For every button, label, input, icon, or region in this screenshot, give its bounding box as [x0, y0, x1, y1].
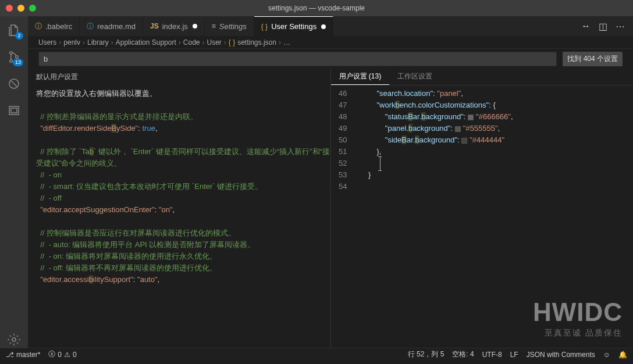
warning-icon: ⚠ — [64, 351, 70, 359]
breadcrumb-item[interactable]: Code — [183, 38, 200, 47]
sliders-icon: ≡ — [212, 22, 216, 30]
breadcrumb-item[interactable]: User — [207, 38, 221, 47]
indentation[interactable]: 空格: 4 — [452, 349, 474, 359]
breadcrumb-item[interactable]: Application Support — [116, 38, 176, 47]
language-mode[interactable]: JSON with Comments — [527, 351, 595, 359]
default-settings-code: 将您的设置放入右侧编辑器以覆盖。 // 控制差异编辑器的显示方式是并排还是内联。… — [28, 85, 330, 348]
minimize-window-button[interactable] — [17, 5, 24, 12]
user-settings-editor[interactable]: 464748495051525354 "search.location": "p… — [331, 85, 634, 348]
close-window-button[interactable] — [6, 5, 13, 12]
default-settings-pane: 默认用户设置 将您的设置放入右侧编辑器以覆盖。 // 控制差异编辑器的显示方式是… — [28, 69, 331, 348]
bug-disabled-icon[interactable] — [6, 76, 22, 92]
cursor-position[interactable]: 行 52，列 5 — [408, 349, 444, 359]
split-editor-icon[interactable]: ◫ — [599, 21, 607, 32]
dirty-indicator — [193, 24, 197, 28]
dirty-indicator — [321, 24, 326, 29]
badge: 2 — [15, 32, 23, 40]
titlebar: settings.json — vscode-sample — [0, 0, 633, 16]
user-settings-code[interactable]: "search.location": "panel", "workbench.c… — [352, 85, 634, 348]
git-branch[interactable]: ⎇ master* — [6, 351, 40, 359]
eol[interactable]: LF — [510, 351, 518, 359]
error-icon: ⓧ — [48, 349, 55, 359]
settings-gear-icon[interactable] — [6, 331, 22, 348]
tab-label: .babelrc — [45, 22, 72, 31]
breadcrumb-item[interactable]: penlv — [63, 38, 80, 47]
window-icon[interactable] — [6, 102, 22, 119]
window-title: settings.json — vscode-sample — [268, 4, 365, 12]
activity-bar: 213 — [0, 16, 28, 348]
settings-scope-tab[interactable]: 工作区设置 — [389, 69, 440, 85]
problems[interactable]: ⓧ0 ⚠0 — [48, 349, 76, 359]
breadcrumb-item[interactable]: { }settings.json — [229, 38, 276, 47]
line-gutter: 464748495051525354 — [331, 85, 352, 348]
tab-bar: ⓘ.babelrcⓘreadme.mdJSindex.js≡Settings{ … — [28, 16, 633, 36]
tab[interactable]: ⓘreadme.md — [80, 16, 143, 36]
tab-label: User Settings — [271, 22, 316, 31]
feedback-icon[interactable]: ☺ — [603, 351, 610, 359]
file-icon: ⓘ — [35, 22, 42, 31]
tab[interactable]: { }User Settings — [254, 16, 333, 36]
svg-point-2 — [16, 56, 18, 58]
bell-icon[interactable]: 🔔 — [618, 351, 627, 359]
compare-icon[interactable]: ↔ — [581, 21, 591, 31]
breadcrumb-item[interactable]: … — [283, 38, 290, 47]
tab-label: readme.md — [97, 22, 136, 31]
breadcrumb-item[interactable]: Users — [38, 38, 56, 47]
settings-search-row: 找到 404 个设置 — [28, 49, 633, 69]
tab[interactable]: ≡Settings — [205, 16, 254, 36]
branch-name: master* — [16, 351, 40, 359]
json-icon: { } — [261, 23, 268, 31]
branch-icon: ⎇ — [6, 351, 14, 359]
breadcrumb-item[interactable]: Library — [87, 38, 109, 47]
encoding[interactable]: UTF-8 — [482, 351, 502, 359]
tab[interactable]: JSindex.js — [143, 16, 205, 36]
svg-rect-5 — [11, 108, 17, 113]
warning-count: 0 — [73, 351, 77, 359]
tab-actions: ↔ ◫ ⋯ — [573, 16, 633, 36]
svg-point-0 — [10, 52, 12, 54]
text-cursor — [380, 159, 380, 168]
editor-split: 默认用户设置 将您的设置放入右侧编辑器以覆盖。 // 控制差异编辑器的显示方式是… — [28, 69, 633, 348]
settings-scope-tab[interactable]: 用户设置 (13) — [331, 69, 390, 85]
window-controls — [6, 5, 36, 12]
svg-point-6 — [12, 338, 16, 341]
tab-label: index.js — [162, 22, 188, 31]
status-bar: ⎇ master* ⓧ0 ⚠0 行 52，列 5 空格: 4 UTF-8 LF … — [0, 348, 633, 361]
explorer-icon[interactable]: 2 — [6, 22, 22, 38]
json-icon: { } — [229, 38, 235, 47]
more-icon[interactable]: ⋯ — [616, 21, 625, 32]
settings-search-input[interactable] — [38, 52, 557, 66]
breadcrumb[interactable]: Users›penlv›Library›Application Support›… — [28, 36, 633, 49]
svg-point-1 — [10, 60, 12, 62]
settings-scope-tabs: 用户设置 (13)工作区设置 — [331, 69, 634, 85]
settings-search-result: 找到 404 个设置 — [563, 52, 623, 66]
tab-label: Settings — [219, 22, 247, 31]
badge: 13 — [13, 59, 23, 66]
zoom-window-button[interactable] — [29, 5, 36, 12]
source-control-icon[interactable]: 13 — [6, 49, 22, 65]
user-settings-pane: 用户设置 (13)工作区设置 464748495051525354 "searc… — [331, 69, 634, 348]
file-icon: ⓘ — [87, 22, 94, 31]
tab[interactable]: ⓘ.babelrc — [28, 16, 80, 36]
error-count: 0 — [58, 351, 62, 359]
default-settings-title: 默认用户设置 — [28, 69, 330, 85]
